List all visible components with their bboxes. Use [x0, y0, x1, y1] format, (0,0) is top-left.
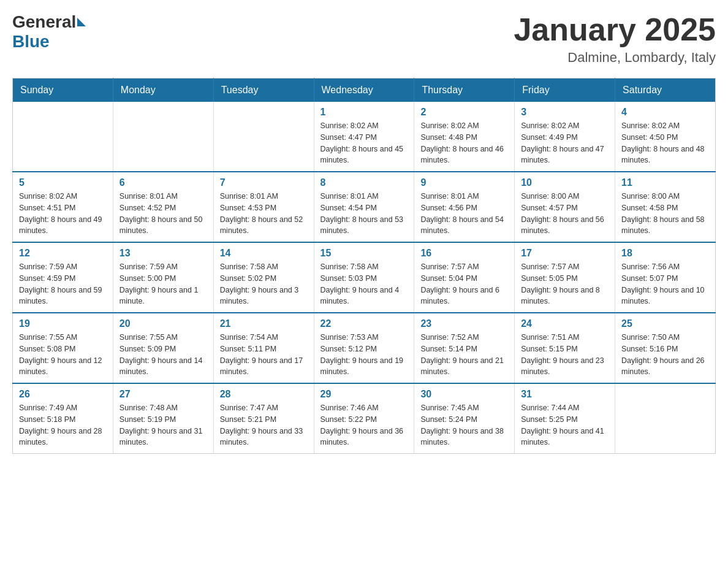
calendar-cell: 6Sunrise: 8:01 AMSunset: 4:52 PMDaylight…: [113, 172, 213, 242]
day-info: Sunrise: 7:59 AMSunset: 5:00 PMDaylight:…: [119, 261, 207, 307]
calendar-cell: 16Sunrise: 7:57 AMSunset: 5:04 PMDayligh…: [414, 242, 515, 313]
location-text: Dalmine, Lombardy, Italy: [514, 50, 716, 66]
day-number: 17: [521, 248, 609, 259]
day-info: Sunrise: 7:53 AMSunset: 5:12 PMDaylight:…: [320, 332, 408, 378]
day-info: Sunrise: 7:46 AMSunset: 5:22 PMDaylight:…: [320, 402, 408, 448]
day-of-week-header: Tuesday: [213, 79, 314, 102]
day-number: 20: [119, 318, 207, 329]
calendar-cell: [113, 102, 213, 172]
day-info: Sunrise: 7:52 AMSunset: 5:14 PMDaylight:…: [420, 332, 508, 378]
day-number: 30: [420, 389, 508, 400]
day-info: Sunrise: 7:44 AMSunset: 5:25 PMDaylight:…: [521, 402, 609, 448]
calendar-cell: [13, 102, 113, 172]
day-number: 12: [19, 248, 107, 259]
calendar-cell: 5Sunrise: 8:02 AMSunset: 4:51 PMDaylight…: [13, 172, 113, 242]
calendar-week-row: 19Sunrise: 7:55 AMSunset: 5:08 PMDayligh…: [13, 313, 716, 383]
day-info: Sunrise: 7:48 AMSunset: 5:19 PMDaylight:…: [119, 402, 207, 448]
day-info: Sunrise: 7:57 AMSunset: 5:04 PMDaylight:…: [420, 261, 508, 307]
day-number: 31: [521, 389, 609, 400]
day-number: 23: [420, 318, 508, 329]
day-number: 1: [320, 107, 408, 118]
calendar-week-row: 26Sunrise: 7:49 AMSunset: 5:18 PMDayligh…: [13, 383, 716, 454]
calendar-cell: 1Sunrise: 8:02 AMSunset: 4:47 PMDaylight…: [314, 102, 414, 172]
day-number: 2: [420, 107, 508, 118]
day-info: Sunrise: 7:51 AMSunset: 5:15 PMDaylight:…: [521, 332, 609, 378]
calendar-cell: 28Sunrise: 7:47 AMSunset: 5:21 PMDayligh…: [213, 383, 314, 454]
day-number: 29: [320, 389, 408, 400]
calendar-week-row: 1Sunrise: 8:02 AMSunset: 4:47 PMDaylight…: [13, 102, 716, 172]
calendar-cell: 26Sunrise: 7:49 AMSunset: 5:18 PMDayligh…: [13, 383, 113, 454]
day-info: Sunrise: 8:00 AMSunset: 4:58 PMDaylight:…: [621, 191, 709, 237]
day-info: Sunrise: 8:02 AMSunset: 4:51 PMDaylight:…: [19, 191, 107, 237]
day-info: Sunrise: 8:01 AMSunset: 4:56 PMDaylight:…: [420, 191, 508, 237]
day-info: Sunrise: 8:01 AMSunset: 4:54 PMDaylight:…: [320, 191, 408, 237]
logo: General Blue: [12, 12, 86, 52]
calendar-cell: 23Sunrise: 7:52 AMSunset: 5:14 PMDayligh…: [414, 313, 515, 383]
day-number: 4: [621, 107, 709, 118]
day-info: Sunrise: 7:56 AMSunset: 5:07 PMDaylight:…: [621, 261, 709, 307]
calendar-cell: 20Sunrise: 7:55 AMSunset: 5:09 PMDayligh…: [113, 313, 213, 383]
day-info: Sunrise: 7:58 AMSunset: 5:02 PMDaylight:…: [220, 261, 308, 307]
logo-arrow-icon: [77, 18, 86, 26]
calendar-cell: 22Sunrise: 7:53 AMSunset: 5:12 PMDayligh…: [314, 313, 414, 383]
day-info: Sunrise: 8:01 AMSunset: 4:52 PMDaylight:…: [119, 191, 207, 237]
calendar-cell: 12Sunrise: 7:59 AMSunset: 4:59 PMDayligh…: [13, 242, 113, 313]
calendar-cell: 7Sunrise: 8:01 AMSunset: 4:53 PMDaylight…: [213, 172, 314, 242]
day-number: 16: [420, 248, 508, 259]
day-number: 22: [320, 318, 408, 329]
page-header: General Blue January 2025 Dalmine, Lomba…: [12, 12, 716, 66]
logo-general-text: General: [12, 12, 76, 32]
calendar-header-row: SundayMondayTuesdayWednesdayThursdayFrid…: [13, 79, 716, 102]
calendar-week-row: 12Sunrise: 7:59 AMSunset: 4:59 PMDayligh…: [13, 242, 716, 313]
calendar-cell: 13Sunrise: 7:59 AMSunset: 5:00 PMDayligh…: [113, 242, 213, 313]
calendar-cell: 27Sunrise: 7:48 AMSunset: 5:19 PMDayligh…: [113, 383, 213, 454]
calendar-cell: 17Sunrise: 7:57 AMSunset: 5:05 PMDayligh…: [515, 242, 615, 313]
day-info: Sunrise: 8:02 AMSunset: 4:48 PMDaylight:…: [420, 120, 508, 166]
calendar-cell: [615, 383, 716, 454]
day-number: 28: [220, 389, 308, 400]
day-info: Sunrise: 8:02 AMSunset: 4:49 PMDaylight:…: [521, 120, 609, 166]
day-info: Sunrise: 8:01 AMSunset: 4:53 PMDaylight:…: [220, 191, 308, 237]
day-number: 26: [19, 389, 107, 400]
day-number: 3: [521, 107, 609, 118]
day-of-week-header: Monday: [113, 79, 213, 102]
calendar-cell: 21Sunrise: 7:54 AMSunset: 5:11 PMDayligh…: [213, 313, 314, 383]
day-info: Sunrise: 7:54 AMSunset: 5:11 PMDaylight:…: [220, 332, 308, 378]
calendar-cell: 30Sunrise: 7:45 AMSunset: 5:24 PMDayligh…: [414, 383, 515, 454]
day-info: Sunrise: 7:50 AMSunset: 5:16 PMDaylight:…: [621, 332, 709, 378]
title-section: January 2025 Dalmine, Lombardy, Italy: [514, 12, 716, 66]
day-number: 9: [420, 177, 508, 188]
day-number: 10: [521, 177, 609, 188]
day-number: 14: [220, 248, 308, 259]
calendar-cell: 19Sunrise: 7:55 AMSunset: 5:08 PMDayligh…: [13, 313, 113, 383]
calendar-cell: 14Sunrise: 7:58 AMSunset: 5:02 PMDayligh…: [213, 242, 314, 313]
day-number: 11: [621, 177, 709, 188]
day-number: 15: [320, 248, 408, 259]
calendar-cell: 8Sunrise: 8:01 AMSunset: 4:54 PMDaylight…: [314, 172, 414, 242]
day-number: 13: [119, 248, 207, 259]
calendar-cell: 29Sunrise: 7:46 AMSunset: 5:22 PMDayligh…: [314, 383, 414, 454]
calendar-cell: 24Sunrise: 7:51 AMSunset: 5:15 PMDayligh…: [515, 313, 615, 383]
day-info: Sunrise: 7:59 AMSunset: 4:59 PMDaylight:…: [19, 261, 107, 307]
calendar-cell: 9Sunrise: 8:01 AMSunset: 4:56 PMDaylight…: [414, 172, 515, 242]
day-info: Sunrise: 7:45 AMSunset: 5:24 PMDaylight:…: [420, 402, 508, 448]
month-title: January 2025: [514, 12, 716, 47]
calendar-week-row: 5Sunrise: 8:02 AMSunset: 4:51 PMDaylight…: [13, 172, 716, 242]
day-of-week-header: Thursday: [414, 79, 515, 102]
day-info: Sunrise: 7:55 AMSunset: 5:09 PMDaylight:…: [119, 332, 207, 378]
calendar-cell: 31Sunrise: 7:44 AMSunset: 5:25 PMDayligh…: [515, 383, 615, 454]
day-of-week-header: Wednesday: [314, 79, 414, 102]
day-info: Sunrise: 7:47 AMSunset: 5:21 PMDaylight:…: [220, 402, 308, 448]
day-number: 25: [621, 318, 709, 329]
day-info: Sunrise: 7:58 AMSunset: 5:03 PMDaylight:…: [320, 261, 408, 307]
day-of-week-header: Saturday: [615, 79, 716, 102]
day-info: Sunrise: 7:57 AMSunset: 5:05 PMDaylight:…: [521, 261, 609, 307]
calendar-cell: 4Sunrise: 8:02 AMSunset: 4:50 PMDaylight…: [615, 102, 716, 172]
day-info: Sunrise: 8:00 AMSunset: 4:57 PMDaylight:…: [521, 191, 609, 237]
day-number: 6: [119, 177, 207, 188]
calendar-cell: [213, 102, 314, 172]
day-number: 5: [19, 177, 107, 188]
calendar-cell: 10Sunrise: 8:00 AMSunset: 4:57 PMDayligh…: [515, 172, 615, 242]
day-info: Sunrise: 8:02 AMSunset: 4:50 PMDaylight:…: [621, 120, 709, 166]
calendar-cell: 2Sunrise: 8:02 AMSunset: 4:48 PMDaylight…: [414, 102, 515, 172]
